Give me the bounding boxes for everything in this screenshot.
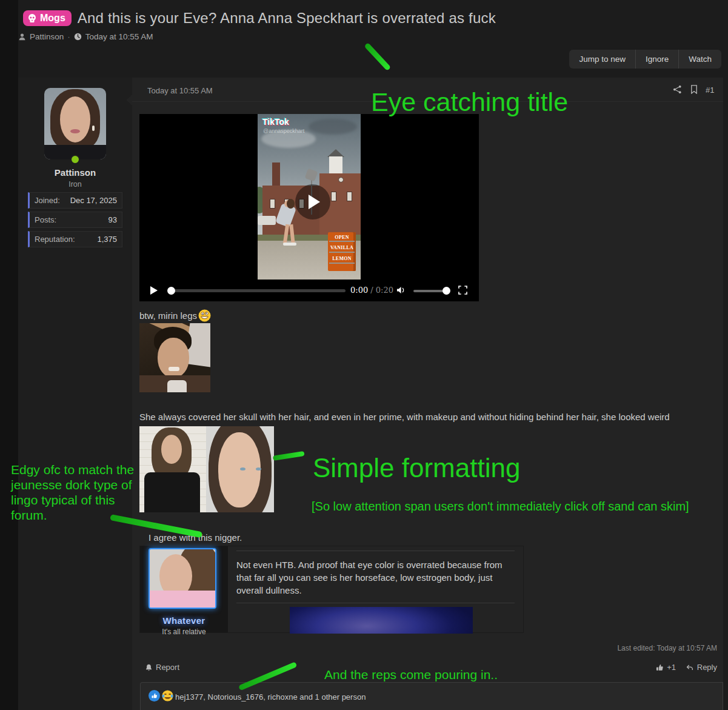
jump-to-new-button[interactable]: Jump to new bbox=[569, 50, 636, 69]
post-1: Pattinson Iron Joined: Dec 17, 2025 Post… bbox=[18, 78, 723, 710]
avatar[interactable] bbox=[44, 88, 106, 159]
bookmark-icon[interactable] bbox=[690, 85, 698, 94]
annotation-simple-formatting: Simple formatting bbox=[313, 453, 520, 483]
stat-row-joined: Joined: Dec 17, 2025 bbox=[28, 192, 122, 209]
stat-row-posts: Posts: 93 bbox=[28, 212, 122, 228]
stat-row-reputation: Reputation: 1,375 bbox=[28, 231, 122, 247]
clock-icon bbox=[74, 33, 82, 41]
user-rank: Iron bbox=[18, 180, 132, 189]
thread-header: Mogs And this is your Eve? Anna Anna Spe… bbox=[23, 10, 496, 27]
quote-user-panel: Whatever It's all relative bbox=[140, 546, 228, 632]
post-text-line1: btw, mirin legs bbox=[139, 309, 211, 322]
play-overlay-button[interactable] bbox=[295, 184, 330, 219]
ignore-button[interactable]: Ignore bbox=[636, 50, 679, 69]
video-player[interactable]: OPEN VANILLA LEMON TikTok @annaspeckhart… bbox=[139, 114, 479, 301]
bell-icon bbox=[145, 663, 153, 672]
reactions-names[interactable]: hej1377, Notorious_1676, richoxne and 1 … bbox=[175, 692, 366, 702]
post-timestamp[interactable]: Today at 10:55 AM bbox=[147, 86, 213, 95]
thread-author-link[interactable]: Pattinson bbox=[30, 32, 64, 41]
grinning-emoji bbox=[198, 309, 211, 322]
speaker-icon[interactable] bbox=[396, 286, 407, 295]
reaction-icons bbox=[149, 690, 173, 702]
person-icon bbox=[18, 33, 26, 41]
quote-image[interactable] bbox=[290, 607, 473, 634]
byline-separator: · bbox=[67, 32, 70, 41]
annotation-stroke-title bbox=[364, 42, 391, 71]
fullscreen-button[interactable] bbox=[458, 286, 467, 295]
reply-button[interactable]: Reply bbox=[686, 663, 717, 672]
report-button[interactable]: Report bbox=[145, 663, 179, 672]
skull-icon bbox=[27, 13, 37, 23]
rep-button[interactable]: +1 bbox=[655, 663, 676, 672]
time-display: 0:00 / 0:20 bbox=[350, 286, 393, 295]
play-button[interactable] bbox=[150, 286, 158, 295]
watch-button[interactable]: Watch bbox=[679, 50, 721, 69]
thread-created-time[interactable]: Today at 10:55 AM bbox=[85, 32, 153, 41]
video-author-handle: @annaspeckhart bbox=[263, 128, 304, 134]
annotation-edgy-note: Edgy ofc to match the jeunesse dork type… bbox=[11, 462, 148, 523]
online-indicator bbox=[70, 155, 80, 164]
thread-title: And this is your Eve? Anna Anna Speckhar… bbox=[78, 10, 496, 27]
post-number-link[interactable]: #1 bbox=[706, 85, 714, 95]
video-scene: OPEN VANILLA LEMON TikTok @annaspeckhart bbox=[258, 114, 361, 280]
laughing-crying-emoji bbox=[162, 690, 173, 702]
annotation-eye-catching-title: Eye catching title bbox=[371, 87, 568, 117]
reactions-bar: hej1377, Notorious_1676, richoxne and 1 … bbox=[140, 682, 723, 710]
volume-thumb[interactable] bbox=[442, 287, 450, 295]
post-text-line2: She always covered her skull with her ha… bbox=[139, 412, 670, 422]
thread-byline: Pattinson · Today at 10:55 AM bbox=[18, 32, 153, 41]
quote-author[interactable]: Whatever bbox=[140, 615, 228, 626]
seek-thumb[interactable] bbox=[167, 287, 175, 295]
share-icon[interactable] bbox=[673, 85, 682, 94]
thread-toolbar: Jump to new Ignore Watch bbox=[569, 50, 721, 69]
post-content-cell: Today at 10:55 AM #1 bbox=[132, 78, 723, 710]
post-user-cell: Pattinson Iron Joined: Dec 17, 2025 Post… bbox=[18, 78, 132, 710]
attached-image-comparison[interactable] bbox=[139, 426, 274, 512]
annotation-formatting-subnote: [So low attention span users don't immed… bbox=[312, 500, 689, 514]
quote-body: Not even HTB. And proof that eye color i… bbox=[228, 546, 523, 632]
thumbs-up-reaction-icon bbox=[149, 690, 160, 702]
reply-arrow-icon bbox=[686, 663, 694, 672]
thread-prefix-badge[interactable]: Mogs bbox=[23, 10, 72, 26]
quote-avatar[interactable] bbox=[149, 548, 216, 609]
user-name[interactable]: Pattinson bbox=[18, 167, 132, 178]
post-bubble-arrow bbox=[126, 95, 132, 105]
video-controls: 0:00 / 0:20 bbox=[139, 280, 479, 301]
annotation-reps-note: And the reps come pouring in.. bbox=[324, 668, 498, 682]
sandwich-board-sign: OPEN VANILLA LEMON bbox=[328, 232, 356, 271]
seek-bar[interactable] bbox=[170, 289, 346, 292]
quote-text: Not even HTB. And proof that eye color i… bbox=[236, 558, 516, 597]
badge-label: Mogs bbox=[40, 13, 65, 24]
tiktok-logo: TikTok bbox=[262, 117, 289, 127]
quote-block: Whatever It's all relative Not even HTB.… bbox=[139, 546, 524, 633]
forum-thread-page: Mogs And this is your Eve? Anna Anna Spe… bbox=[0, 0, 728, 710]
page-left-margin bbox=[0, 0, 18, 710]
quote-author-title: It's all relative bbox=[140, 628, 228, 636]
thumbs-up-icon bbox=[655, 663, 664, 672]
last-edited-note: Last edited: Today at 10:57 AM bbox=[617, 644, 717, 652]
attached-image-man[interactable] bbox=[139, 323, 210, 392]
